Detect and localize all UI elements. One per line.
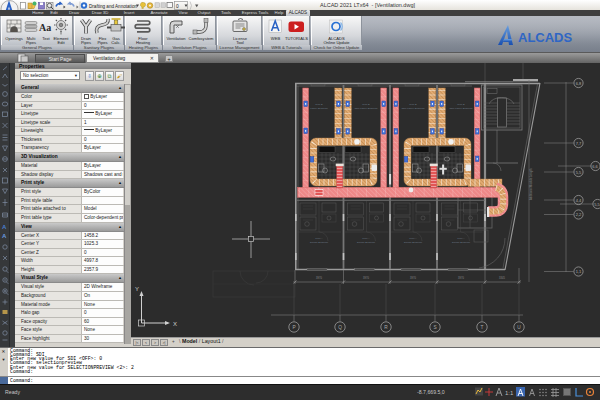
svg-text:Y: Y xyxy=(135,286,139,292)
svg-text:Twin Family Bedroom: Twin Family Bedroom xyxy=(355,107,378,110)
svg-text:3970: 3970 xyxy=(458,276,464,280)
svg-text:3970: 3970 xyxy=(363,276,369,280)
svg-text:Q: Q xyxy=(338,325,342,330)
svg-text:1:1: 1:1 xyxy=(505,390,514,396)
svg-text:7,7: 7,7 xyxy=(576,141,582,146)
svg-text:ALCADS: ALCADS xyxy=(518,30,572,45)
svg-text:T: T xyxy=(481,325,484,330)
svg-text:5,5: 5,5 xyxy=(576,170,582,175)
svg-text:Drafting and Annotation: Drafting and Annotation xyxy=(89,4,137,9)
svg-text:Double Bedroom: Double Bedroom xyxy=(357,241,375,244)
svg-text:1,1: 1,1 xyxy=(576,269,582,274)
svg-text:5,5: 5,5 xyxy=(594,202,600,207)
svg-text:3970: 3970 xyxy=(410,276,416,280)
svg-text:R: R xyxy=(384,325,388,330)
svg-text:A: A xyxy=(2,224,7,230)
svg-text:Twin Family Bedroom: Twin Family Bedroom xyxy=(402,107,425,110)
svg-text:0: 0 xyxy=(176,4,179,9)
svg-text:Twin Family Bedroom: Twin Family Bedroom xyxy=(450,107,473,110)
svg-text:6,8: 6,8 xyxy=(576,81,582,86)
svg-text:U: U xyxy=(517,325,521,330)
svg-text:S: S xyxy=(433,325,436,330)
svg-text:Family Bedroom: Family Bedroom xyxy=(310,107,327,110)
svg-text:Additional Module Length: Additional Module Length xyxy=(529,168,533,200)
svg-text:A: A xyxy=(2,233,7,239)
svg-text:2,2: 2,2 xyxy=(576,212,582,217)
svg-text:Double Bedroom: Double Bedroom xyxy=(452,241,470,244)
svg-text:P: P xyxy=(292,325,295,330)
svg-text:3345: 3345 xyxy=(499,276,505,280)
svg-text:6,6: 6,6 xyxy=(592,164,598,169)
svg-text:Aa: Aa xyxy=(39,22,51,33)
svg-text:Double Bedroom: Double Bedroom xyxy=(404,241,422,244)
svg-text:Double Bedroom: Double Bedroom xyxy=(310,241,328,244)
svg-text:3970: 3970 xyxy=(316,276,322,280)
svg-text:4,4: 4,4 xyxy=(576,198,582,203)
svg-text:X: X xyxy=(173,321,177,327)
